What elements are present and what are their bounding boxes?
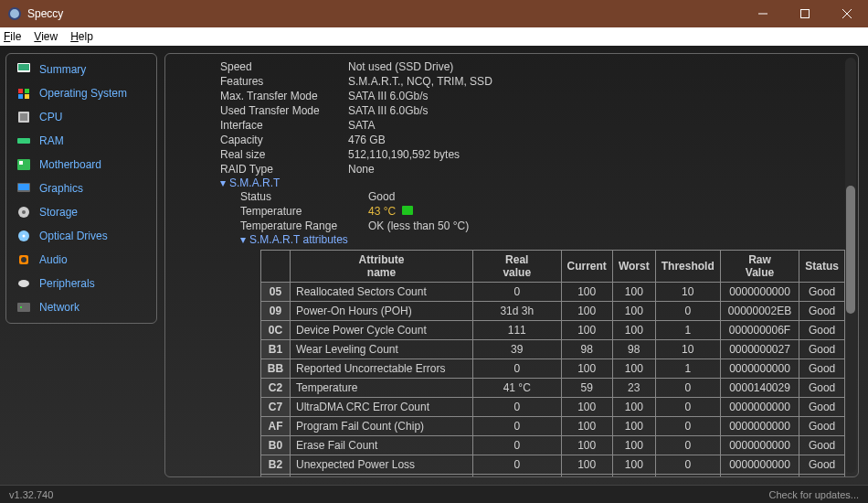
svg-rect-15 bbox=[19, 161, 23, 165]
sidebar-item-operating-system[interactable]: Operating System bbox=[6, 81, 156, 105]
check-updates-link[interactable]: Check for updates... bbox=[769, 489, 859, 500]
value-raid-type: None bbox=[348, 162, 375, 177]
menu-help[interactable]: Help bbox=[70, 30, 93, 43]
smart-worst: 100 bbox=[612, 455, 655, 475]
smart-worst: 100 bbox=[612, 417, 655, 436]
sidebar-item-label: Peripherals bbox=[39, 277, 95, 290]
minimize-button[interactable] bbox=[742, 0, 784, 27]
smart-cur: 98 bbox=[561, 340, 612, 359]
svg-rect-2 bbox=[801, 10, 810, 18]
sidebar-item-storage[interactable]: Storage bbox=[6, 200, 156, 224]
smart-cur: 100 bbox=[561, 321, 612, 340]
smart-name: Reallocated Sectors Count bbox=[291, 283, 473, 302]
sidebar-item-ram[interactable]: RAM bbox=[6, 129, 156, 153]
smart-worst: 23 bbox=[612, 379, 655, 398]
sidebar-item-summary[interactable]: Summary bbox=[6, 58, 156, 81]
smart-cur: 100 bbox=[561, 283, 612, 302]
toggle-smart-attrs[interactable]: ▾S.M.A.R.T attributes bbox=[220, 233, 842, 246]
value-smart-status: Good bbox=[368, 189, 395, 204]
smart-raw: 0000000000 bbox=[720, 436, 799, 455]
smart-id: B0 bbox=[261, 436, 291, 455]
smart-id: 0C bbox=[261, 321, 291, 340]
nav-icon bbox=[16, 134, 32, 148]
smart-raw: 0000140029 bbox=[720, 379, 799, 398]
svg-point-21 bbox=[23, 235, 26, 238]
smart-status: Good bbox=[799, 417, 845, 436]
nav-icon bbox=[16, 62, 32, 77]
sidebar-item-cpu[interactable]: CPU bbox=[6, 105, 156, 129]
sidebar-item-label: Optical Drives bbox=[39, 230, 108, 242]
nav-icon bbox=[16, 276, 32, 291]
label-raid-type: RAID Type bbox=[220, 162, 348, 177]
smart-id: BB bbox=[261, 359, 291, 379]
sidebar-item-label: Operating System bbox=[39, 87, 127, 100]
sidebar-item-optical-drives[interactable]: Optical Drives bbox=[6, 224, 156, 248]
svg-rect-27 bbox=[402, 206, 413, 215]
sidebar-item-label: Audio bbox=[39, 253, 68, 266]
app-icon bbox=[7, 6, 22, 21]
nav-icon bbox=[16, 157, 32, 172]
svg-point-24 bbox=[18, 280, 29, 287]
smart-real: 111 bbox=[473, 321, 562, 340]
smart-raw: 0000000000 bbox=[720, 455, 799, 475]
label-smart-temp: Temperature bbox=[240, 204, 368, 219]
smart-row: 0CDevice Power Cycle Count11110010010000… bbox=[261, 321, 845, 340]
smart-id: B2 bbox=[261, 455, 291, 475]
maximize-button[interactable] bbox=[784, 0, 826, 27]
label-smart-temp-range: Temperature Range bbox=[240, 219, 368, 233]
smart-real: 0 bbox=[473, 436, 562, 455]
smart-col-5: Threshold bbox=[655, 251, 720, 283]
smart-name: Reserved Block Count bbox=[291, 475, 473, 477]
smart-thr: 0 bbox=[655, 302, 720, 321]
svg-point-19 bbox=[22, 210, 26, 214]
smart-real: 31d 3h bbox=[473, 302, 562, 321]
label-max-transfer: Max. Transfer Mode bbox=[220, 89, 348, 103]
nav-icon bbox=[16, 229, 32, 243]
smart-thr: 0 bbox=[655, 475, 720, 477]
svg-rect-6 bbox=[18, 64, 29, 70]
smart-raw: 0000000000 bbox=[720, 398, 799, 417]
smart-id: AF bbox=[261, 417, 291, 436]
value-smart-temp: 43 °C bbox=[368, 204, 396, 219]
smart-row: BBReported Uncorrectable Errors010010010… bbox=[261, 359, 845, 379]
smart-cur: 100 bbox=[561, 455, 612, 475]
smart-id: C7 bbox=[261, 398, 291, 417]
window-title: Speccy bbox=[27, 7, 742, 20]
smart-name: UltraDMA CRC Error Count bbox=[291, 398, 473, 417]
value-max-transfer: SATA III 6.0Gb/s bbox=[348, 89, 429, 103]
svg-rect-17 bbox=[18, 184, 29, 190]
toggle-smart[interactable]: ▾S.M.A.R.T bbox=[220, 177, 842, 189]
smart-col-7: Status bbox=[799, 251, 845, 283]
smart-real: 2,481 bbox=[473, 475, 562, 477]
sidebar-item-graphics[interactable]: Graphics bbox=[6, 177, 156, 200]
smart-status: Good bbox=[799, 455, 845, 475]
label-used-transfer: Used Transfer Mode bbox=[220, 103, 348, 118]
sidebar-item-network[interactable]: Network bbox=[6, 295, 156, 319]
nav-icon bbox=[16, 252, 32, 267]
smart-col-0 bbox=[261, 251, 291, 283]
svg-rect-13 bbox=[17, 138, 30, 144]
nav-icon bbox=[16, 205, 32, 219]
value-speed: Not used (SSD Drive) bbox=[348, 59, 453, 74]
sidebar-item-label: Graphics bbox=[39, 182, 83, 195]
sidebar-item-motherboard[interactable]: Motherboard bbox=[6, 153, 156, 177]
scrollbar[interactable] bbox=[845, 58, 856, 473]
smart-name: Reported Uncorrectable Errors bbox=[291, 359, 473, 379]
sidebar-item-audio[interactable]: Audio bbox=[6, 248, 156, 272]
menu-file[interactable]: File bbox=[4, 30, 21, 43]
value-used-transfer: SATA III 6.0Gb/s bbox=[348, 103, 429, 118]
smart-worst: 100 bbox=[612, 302, 655, 321]
smart-row: 05Reallocated Sectors Count0100100100000… bbox=[261, 283, 845, 302]
smart-row: AFProgram Fail Count (Chip)0100100000000… bbox=[261, 417, 845, 436]
temp-ok-icon bbox=[402, 204, 415, 219]
menu-view[interactable]: View bbox=[34, 30, 58, 43]
sidebar-item-label: Summary bbox=[39, 63, 86, 76]
svg-point-26 bbox=[20, 306, 22, 308]
scrollbar-thumb[interactable] bbox=[846, 186, 855, 314]
sidebar-item-peripherals[interactable]: Peripherals bbox=[6, 272, 156, 295]
smart-raw: 0000000000 bbox=[720, 417, 799, 436]
smart-thr: 10 bbox=[655, 340, 720, 359]
smart-name: Program Fail Count (Chip) bbox=[291, 417, 473, 436]
close-button[interactable] bbox=[826, 0, 868, 27]
svg-rect-12 bbox=[20, 113, 27, 121]
